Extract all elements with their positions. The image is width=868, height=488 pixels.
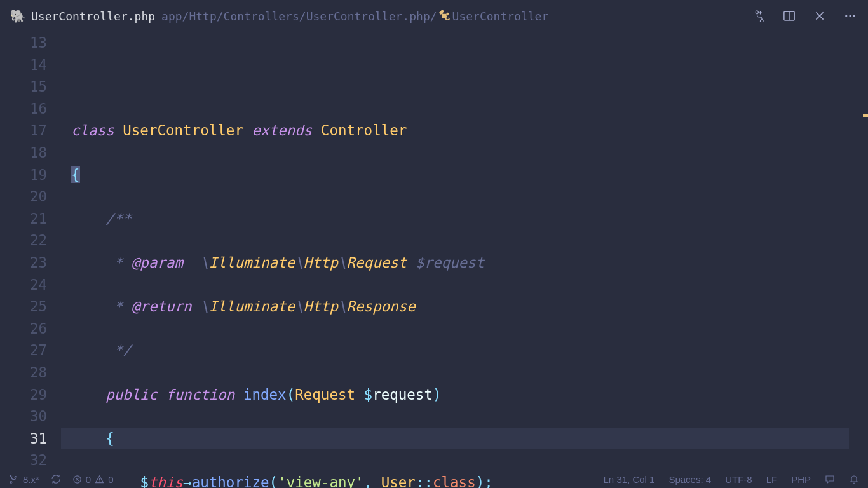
breadcrumb[interactable]: app/Http/Controllers/UserController.php/…	[161, 9, 548, 23]
editor[interactable]: 1314151617181920212223242526272829303132…	[0, 32, 868, 470]
line-gutter: 1314151617181920212223242526272829303132	[0, 32, 61, 470]
sync-icon	[51, 474, 61, 484]
more-actions-icon[interactable]	[843, 8, 858, 24]
tab-filename: UserController.php	[31, 10, 155, 23]
class-icon	[438, 9, 450, 23]
close-icon[interactable]	[812, 8, 827, 24]
svg-point-4	[853, 15, 855, 17]
active-tab[interactable]: 🐘 UserController.php	[10, 8, 155, 24]
git-branch[interactable]: 8.x*	[9, 474, 39, 485]
split-editor-icon[interactable]	[782, 8, 797, 24]
svg-point-2	[845, 15, 847, 17]
compare-changes-icon[interactable]	[751, 8, 766, 24]
tab-bar: 🐘 UserController.php app/Http/Controller…	[0, 0, 868, 32]
breadcrumb-class: UserController	[438, 9, 549, 23]
svg-point-3	[849, 15, 851, 17]
overview-mark	[863, 114, 868, 117]
branch-icon	[9, 474, 19, 484]
sync-button[interactable]	[51, 474, 61, 484]
php-file-icon: 🐘	[10, 8, 26, 24]
breadcrumb-path: app/Http/Controllers/UserController.php/	[161, 10, 437, 23]
code-area[interactable]: class UserController extends Controller …	[61, 32, 859, 470]
overview-ruler[interactable]	[859, 32, 868, 470]
